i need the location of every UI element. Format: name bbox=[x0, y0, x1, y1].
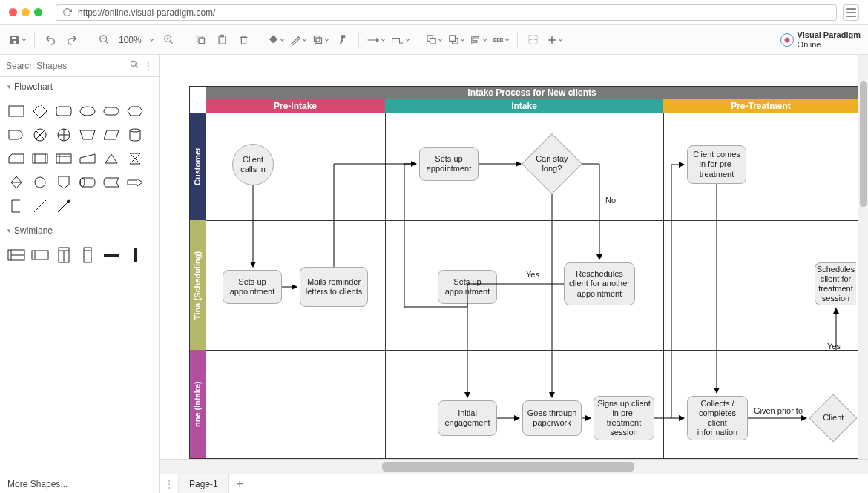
node-sets-up-appt-cust[interactable]: Sets up appointment bbox=[419, 147, 479, 181]
format-painter-button[interactable] bbox=[333, 30, 352, 50]
node-signs-up[interactable]: Signs up client in pre-treatment session bbox=[594, 396, 654, 440]
vscroll-thumb[interactable] bbox=[860, 81, 867, 207]
more-shapes-button[interactable]: More Shapes... bbox=[0, 479, 75, 489]
svg-point-58 bbox=[35, 177, 45, 188]
node-sched-treat[interactable]: Schedules client for treatment session bbox=[815, 262, 856, 305]
connection-style-button[interactable] bbox=[365, 30, 387, 50]
lane-tina[interactable]: Tina (Scheduling) bbox=[189, 220, 206, 350]
section-swimlane[interactable]: Swimlane bbox=[0, 221, 159, 240]
shape-vpool[interactable] bbox=[52, 243, 76, 267]
delete-button[interactable] bbox=[234, 30, 254, 50]
distribute-button[interactable] bbox=[491, 30, 511, 50]
zoom-out-button[interactable] bbox=[94, 30, 114, 50]
add-page-button[interactable]: + bbox=[229, 474, 251, 493]
maximize-window[interactable] bbox=[34, 8, 42, 16]
copy-button[interactable] bbox=[191, 30, 211, 50]
node-initial-engagement[interactable]: Initial engagement bbox=[438, 400, 497, 436]
zoom-level[interactable]: 100% bbox=[116, 35, 145, 45]
shadow-button[interactable] bbox=[311, 30, 331, 50]
tab-drag-icon[interactable]: ⋮ bbox=[160, 474, 179, 493]
to-front-button[interactable] bbox=[424, 30, 444, 50]
shape-card[interactable] bbox=[4, 147, 28, 171]
phase-pre-intake[interactable]: Pre-Intake bbox=[206, 99, 385, 113]
diagram-canvas[interactable]: Intake Process for New clients Pre-Intak… bbox=[160, 55, 868, 474]
shape-rectangle[interactable] bbox=[4, 99, 28, 123]
lane-customer[interactable]: Customer bbox=[189, 113, 206, 220]
menu-button[interactable] bbox=[843, 4, 859, 21]
node-client-calls-in[interactable]: Client calls in bbox=[232, 144, 274, 185]
shape-and[interactable] bbox=[4, 123, 28, 147]
shape-manual-op[interactable] bbox=[76, 123, 99, 147]
shape-data[interactable] bbox=[99, 123, 123, 147]
add-shape-button[interactable] bbox=[545, 30, 565, 50]
zoom-dropdown[interactable] bbox=[147, 30, 157, 50]
canvas-area[interactable]: Intake Process for New clients Pre-Intak… bbox=[160, 55, 868, 474]
search-shapes-input[interactable] bbox=[6, 61, 125, 71]
shape-rounded[interactable] bbox=[52, 99, 76, 123]
node-client-partial[interactable]: Client bbox=[809, 394, 857, 442]
shape-vlane[interactable] bbox=[76, 243, 99, 267]
shape-hexagon[interactable] bbox=[123, 99, 147, 123]
close-window[interactable] bbox=[9, 8, 17, 16]
redo-button[interactable] bbox=[62, 30, 82, 50]
shape-manual-input[interactable] bbox=[76, 147, 99, 171]
undo-button[interactable] bbox=[41, 30, 60, 50]
line-color-button[interactable] bbox=[289, 30, 309, 50]
shape-arrow-right[interactable] bbox=[123, 171, 147, 194]
shape-ellipse[interactable] bbox=[76, 99, 99, 123]
node-sets-up-appt-1[interactable]: Sets up appointment bbox=[223, 270, 282, 304]
search-menu-icon[interactable]: ⋮ bbox=[144, 61, 153, 71]
diagram-title[interactable]: Intake Process for New clients bbox=[206, 86, 858, 99]
shape-database[interactable] bbox=[123, 123, 147, 147]
shape-or[interactable] bbox=[52, 123, 76, 147]
waypoint-style-button[interactable] bbox=[389, 30, 412, 50]
shape-line-1[interactable] bbox=[28, 194, 52, 218]
shape-hlane[interactable] bbox=[28, 243, 52, 267]
node-goes-paperwork[interactable]: Goes through paperwork bbox=[522, 400, 582, 436]
hscroll-thumb[interactable] bbox=[382, 462, 634, 472]
node-collects-info[interactable]: Collects / completes client information bbox=[687, 396, 748, 440]
shape-summing[interactable] bbox=[28, 123, 52, 147]
shape-sort[interactable] bbox=[4, 171, 28, 194]
shape-line-2[interactable] bbox=[52, 194, 76, 218]
shape-offpage[interactable] bbox=[52, 171, 76, 194]
shape-hpool[interactable] bbox=[4, 243, 28, 267]
horizontal-scrollbar[interactable] bbox=[160, 459, 858, 474]
shape-stored-data[interactable] bbox=[99, 171, 123, 194]
lane-anne[interactable]: nne (Intake) bbox=[189, 350, 206, 459]
shape-internal-storage[interactable] bbox=[52, 147, 76, 171]
shape-terminator[interactable] bbox=[99, 99, 123, 123]
node-mails-reminder[interactable]: Mails reminder letters to clients bbox=[300, 267, 368, 307]
to-back-button[interactable] bbox=[447, 30, 467, 50]
shape-connector[interactable] bbox=[28, 171, 52, 194]
node-reschedules[interactable]: Reschedules client for another appointme… bbox=[564, 262, 635, 305]
minimize-window[interactable] bbox=[22, 8, 30, 16]
node-can-stay-long[interactable]: Can stay long? bbox=[522, 133, 582, 194]
shape-extract[interactable] bbox=[99, 147, 123, 171]
shape-predefined[interactable] bbox=[28, 147, 52, 171]
shape-hbar[interactable] bbox=[99, 243, 123, 267]
address-bar[interactable]: https://online.visual-paradigm.com/ bbox=[56, 4, 837, 21]
svg-rect-16 bbox=[450, 36, 456, 42]
search-icon[interactable] bbox=[129, 59, 139, 72]
reload-icon[interactable] bbox=[62, 7, 72, 17]
shape-annotation[interactable] bbox=[4, 194, 28, 218]
shape-collate[interactable] bbox=[123, 147, 147, 171]
shape-direct-data[interactable] bbox=[76, 171, 99, 194]
snap-button[interactable] bbox=[524, 30, 543, 50]
page-tab-1[interactable]: Page-1 bbox=[179, 474, 229, 493]
vertical-scrollbar[interactable] bbox=[858, 55, 868, 459]
align-button[interactable] bbox=[469, 30, 489, 50]
section-flowchart[interactable]: Flowchart bbox=[0, 77, 159, 96]
phase-pre-treatment[interactable]: Pre-Treatment bbox=[663, 99, 858, 113]
shape-diamond[interactable] bbox=[28, 99, 52, 123]
zoom-in-button[interactable] bbox=[160, 30, 179, 50]
save-button[interactable] bbox=[7, 30, 28, 50]
svg-line-62 bbox=[34, 200, 46, 212]
fill-color-button[interactable] bbox=[266, 30, 286, 50]
shape-vbar[interactable] bbox=[123, 243, 147, 267]
node-client-comes-in[interactable]: Client comes in for pre-treatment bbox=[687, 145, 746, 184]
phase-intake[interactable]: Intake bbox=[385, 99, 663, 113]
paste-button[interactable] bbox=[213, 30, 232, 50]
node-sets-up-appt-2[interactable]: Sets up appointment bbox=[438, 270, 497, 304]
